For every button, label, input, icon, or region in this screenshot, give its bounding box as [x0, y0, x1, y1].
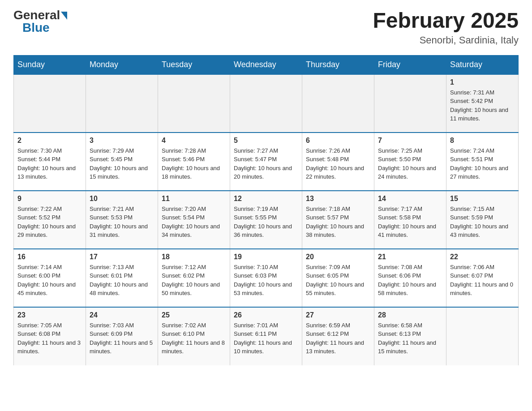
day-number: 4	[162, 137, 226, 145]
day-info: Sunrise: 7:27 AM Sunset: 5:47 PM Dayligh…	[234, 146, 298, 181]
day-info: Sunrise: 7:26 AM Sunset: 5:48 PM Dayligh…	[306, 146, 370, 181]
day-number: 2	[17, 137, 82, 145]
day-info: Sunrise: 7:28 AM Sunset: 5:46 PM Dayligh…	[162, 146, 226, 181]
calendar-week-row: 2Sunrise: 7:30 AM Sunset: 5:44 PM Daylig…	[14, 133, 519, 191]
day-info: Sunrise: 7:29 AM Sunset: 5:45 PM Dayligh…	[90, 146, 154, 181]
header-monday: Monday	[86, 55, 158, 74]
table-row: 15Sunrise: 7:15 AM Sunset: 5:59 PM Dayli…	[446, 191, 519, 249]
day-info: Sunrise: 7:21 AM Sunset: 5:53 PM Dayligh…	[90, 205, 154, 240]
table-row: 21Sunrise: 7:08 AM Sunset: 6:06 PM Dayli…	[374, 249, 446, 307]
day-number: 14	[378, 195, 442, 203]
day-info: Sunrise: 7:31 AM Sunset: 5:42 PM Dayligh…	[450, 88, 515, 123]
table-row: 10Sunrise: 7:21 AM Sunset: 5:53 PM Dayli…	[86, 191, 158, 249]
table-row: 6Sunrise: 7:26 AM Sunset: 5:48 PM Daylig…	[302, 133, 374, 191]
day-info: Sunrise: 7:06 AM Sunset: 6:07 PM Dayligh…	[450, 263, 515, 298]
calendar-week-row: 9Sunrise: 7:22 AM Sunset: 5:52 PM Daylig…	[14, 191, 519, 249]
table-row: 13Sunrise: 7:18 AM Sunset: 5:57 PM Dayli…	[302, 191, 374, 249]
logo: General Blue	[13, 9, 67, 34]
table-row	[158, 74, 230, 133]
day-info: Sunrise: 7:03 AM Sunset: 6:09 PM Dayligh…	[90, 321, 154, 356]
day-number: 28	[378, 311, 442, 319]
day-info: Sunrise: 7:22 AM Sunset: 5:52 PM Dayligh…	[17, 205, 82, 240]
table-row	[14, 74, 86, 133]
day-number: 9	[17, 195, 82, 203]
table-row	[302, 74, 374, 133]
day-number: 27	[306, 311, 370, 319]
day-number: 1	[450, 78, 515, 86]
table-row: 4Sunrise: 7:28 AM Sunset: 5:46 PM Daylig…	[158, 133, 230, 191]
table-row	[446, 307, 519, 365]
title-block: February 2025 Senorbi, Sardinia, Italy	[373, 9, 519, 46]
day-info: Sunrise: 7:19 AM Sunset: 5:55 PM Dayligh…	[234, 205, 298, 240]
header-saturday: Saturday	[446, 55, 519, 74]
table-row	[374, 74, 446, 133]
day-number: 12	[234, 195, 298, 203]
day-number: 26	[234, 311, 298, 319]
calendar-week-row: 1Sunrise: 7:31 AM Sunset: 5:42 PM Daylig…	[14, 74, 519, 133]
header-tuesday: Tuesday	[158, 55, 230, 74]
day-info: Sunrise: 7:15 AM Sunset: 5:59 PM Dayligh…	[450, 205, 515, 240]
calendar-table: Sunday Monday Tuesday Wednesday Thursday…	[13, 55, 519, 365]
day-number: 13	[306, 195, 370, 203]
table-row: 1Sunrise: 7:31 AM Sunset: 5:42 PM Daylig…	[446, 74, 519, 133]
day-info: Sunrise: 7:12 AM Sunset: 6:02 PM Dayligh…	[162, 263, 226, 298]
days-header-row: Sunday Monday Tuesday Wednesday Thursday…	[14, 55, 519, 74]
day-info: Sunrise: 7:01 AM Sunset: 6:11 PM Dayligh…	[234, 321, 298, 356]
table-row: 22Sunrise: 7:06 AM Sunset: 6:07 PM Dayli…	[446, 249, 519, 307]
day-number: 18	[162, 253, 226, 261]
logo-blue-text: Blue	[22, 21, 50, 34]
calendar-week-row: 16Sunrise: 7:14 AM Sunset: 6:00 PM Dayli…	[14, 249, 519, 307]
table-row: 16Sunrise: 7:14 AM Sunset: 6:00 PM Dayli…	[14, 249, 86, 307]
day-number: 20	[306, 253, 370, 261]
day-info: Sunrise: 7:18 AM Sunset: 5:57 PM Dayligh…	[306, 205, 370, 240]
table-row	[230, 74, 302, 133]
day-info: Sunrise: 7:08 AM Sunset: 6:06 PM Dayligh…	[378, 263, 442, 298]
day-number: 23	[17, 311, 82, 319]
logo-general-text: General	[13, 9, 60, 21]
table-row: 7Sunrise: 7:25 AM Sunset: 5:50 PM Daylig…	[374, 133, 446, 191]
day-info: Sunrise: 7:14 AM Sunset: 6:00 PM Dayligh…	[17, 263, 82, 298]
table-row: 14Sunrise: 7:17 AM Sunset: 5:58 PM Dayli…	[374, 191, 446, 249]
table-row: 3Sunrise: 7:29 AM Sunset: 5:45 PM Daylig…	[86, 133, 158, 191]
logo-arrow-icon	[61, 12, 67, 20]
day-info: Sunrise: 7:09 AM Sunset: 6:05 PM Dayligh…	[306, 263, 370, 298]
day-number: 10	[90, 195, 154, 203]
table-row: 2Sunrise: 7:30 AM Sunset: 5:44 PM Daylig…	[14, 133, 86, 191]
day-number: 19	[234, 253, 298, 261]
day-number: 11	[162, 195, 226, 203]
table-row: 20Sunrise: 7:09 AM Sunset: 6:05 PM Dayli…	[302, 249, 374, 307]
table-row: 17Sunrise: 7:13 AM Sunset: 6:01 PM Dayli…	[86, 249, 158, 307]
header-thursday: Thursday	[302, 55, 374, 74]
header-friday: Friday	[374, 55, 446, 74]
day-info: Sunrise: 6:58 AM Sunset: 6:13 PM Dayligh…	[378, 321, 442, 356]
day-info: Sunrise: 7:10 AM Sunset: 6:03 PM Dayligh…	[234, 263, 298, 298]
table-row: 12Sunrise: 7:19 AM Sunset: 5:55 PM Dayli…	[230, 191, 302, 249]
table-row: 26Sunrise: 7:01 AM Sunset: 6:11 PM Dayli…	[230, 307, 302, 365]
table-row: 28Sunrise: 6:58 AM Sunset: 6:13 PM Dayli…	[374, 307, 446, 365]
day-number: 8	[450, 137, 515, 145]
table-row: 8Sunrise: 7:24 AM Sunset: 5:51 PM Daylig…	[446, 133, 519, 191]
day-info: Sunrise: 7:05 AM Sunset: 6:08 PM Dayligh…	[17, 321, 82, 356]
day-number: 22	[450, 253, 515, 261]
table-row: 27Sunrise: 6:59 AM Sunset: 6:12 PM Dayli…	[302, 307, 374, 365]
table-row	[86, 74, 158, 133]
day-number: 24	[90, 311, 154, 319]
calendar-title: February 2025	[373, 9, 519, 33]
day-number: 16	[17, 253, 82, 261]
table-row: 5Sunrise: 7:27 AM Sunset: 5:47 PM Daylig…	[230, 133, 302, 191]
header-wednesday: Wednesday	[230, 55, 302, 74]
day-number: 7	[378, 137, 442, 145]
day-info: Sunrise: 6:59 AM Sunset: 6:12 PM Dayligh…	[306, 321, 370, 356]
day-number: 17	[90, 253, 154, 261]
day-info: Sunrise: 7:25 AM Sunset: 5:50 PM Dayligh…	[378, 146, 442, 181]
day-info: Sunrise: 7:02 AM Sunset: 6:10 PM Dayligh…	[162, 321, 226, 356]
day-info: Sunrise: 7:17 AM Sunset: 5:58 PM Dayligh…	[378, 205, 442, 240]
day-info: Sunrise: 7:24 AM Sunset: 5:51 PM Dayligh…	[450, 146, 515, 181]
table-row: 11Sunrise: 7:20 AM Sunset: 5:54 PM Dayli…	[158, 191, 230, 249]
day-number: 5	[234, 137, 298, 145]
page-header: General Blue February 2025 Senorbi, Sard…	[13, 9, 519, 46]
table-row: 18Sunrise: 7:12 AM Sunset: 6:02 PM Dayli…	[158, 249, 230, 307]
table-row: 24Sunrise: 7:03 AM Sunset: 6:09 PM Dayli…	[86, 307, 158, 365]
day-number: 6	[306, 137, 370, 145]
day-number: 15	[450, 195, 515, 203]
